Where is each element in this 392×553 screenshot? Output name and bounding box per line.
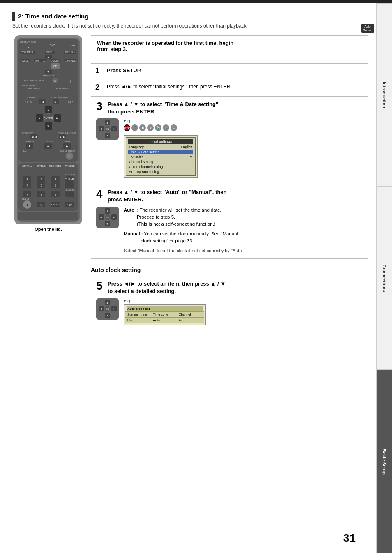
dpad-right-btn[interactable]: ► xyxy=(54,114,61,122)
dpad-left-btn[interactable]: ◄ xyxy=(36,114,43,122)
num3-btn[interactable]: 3 xyxy=(51,176,60,182)
step1-number: 1 xyxy=(95,67,104,74)
plus10-btn[interactable]: +10 xyxy=(65,202,74,207)
step4-dpad-up[interactable]: ▲ xyxy=(105,208,110,214)
subtitle-btn[interactable]: SUBTITLE xyxy=(34,59,46,62)
open-close-btn[interactable]: ▲ xyxy=(23,44,33,50)
play-label: PLAY xyxy=(65,140,71,143)
time-zone-col: Time zone xyxy=(152,312,178,317)
step5-dpad-down[interactable]: ▼ xyxy=(105,313,110,318)
step4-header: 4 Press ▲ / ▼ to select "Auto" or "Manua… xyxy=(96,189,363,203)
manual-desc: Manual : You can set the clock manually.… xyxy=(124,230,363,245)
num2-btn[interactable]: 2 xyxy=(37,176,45,182)
step3-dpad-up[interactable]: ▲ xyxy=(105,120,110,125)
rew-btn[interactable]: ◄◄ xyxy=(30,134,38,139)
step5-dpad-right[interactable]: ► xyxy=(111,306,117,311)
menu-btn[interactable]: MENU xyxy=(45,51,55,54)
channel-down-btn[interactable]: ▼ xyxy=(45,70,52,74)
sidebar-tab-introduction-label: Introduction xyxy=(382,82,387,108)
step4-enter[interactable]: EN xyxy=(104,214,111,221)
icon3 xyxy=(65,63,74,69)
step5-dpad-up[interactable]: ▲ xyxy=(105,300,110,305)
top-bar xyxy=(0,0,392,3)
step3-screen-area: e.g. DVD 🎵 📋 ⚙ 📡 🔊 ⏱ xyxy=(124,118,363,178)
audio-btn[interactable]: AUDIO xyxy=(51,59,59,62)
section-heading: 2: Time and date setting xyxy=(12,12,368,21)
ff-btn[interactable]: ►► xyxy=(59,134,66,139)
num6-btn[interactable]: 6 xyxy=(51,182,60,188)
instant-skip-btn[interactable]: →| xyxy=(66,78,72,83)
circle-btn[interactable] xyxy=(52,152,59,160)
num9-btn[interactable]: 9 xyxy=(51,191,60,197)
top-menu-btn[interactable]: TOP MENU xyxy=(20,51,35,54)
channel-btn[interactable]: CHANNEL xyxy=(64,59,76,62)
vcr-plus-btn[interactable] xyxy=(23,168,32,173)
num8-btn[interactable]: 8 xyxy=(37,191,45,197)
channel-val: Auto xyxy=(178,318,203,323)
enter-num-btn[interactable]: ENTER xyxy=(51,202,60,207)
extend-btn[interactable] xyxy=(37,168,46,173)
dpad-up-btn[interactable]: ▲ xyxy=(45,106,52,113)
pause-btn[interactable]: ⏸ xyxy=(26,143,33,149)
summer-time-val: Use xyxy=(127,318,152,323)
step3-dpad-right[interactable]: ► xyxy=(111,126,117,131)
stop-btn[interactable]: ■ xyxy=(44,143,52,149)
step5-number: 5 xyxy=(96,280,104,292)
remote-body: OPEN/CLOSE ▲ DVD IAU TOP MENU MENU RETUR xyxy=(17,38,80,222)
dvd-label: DVD xyxy=(50,44,56,47)
num4-btn[interactable]: 4 xyxy=(23,182,31,188)
rec-mode-btn[interactable] xyxy=(51,168,60,173)
slow-label: SLOW xyxy=(24,101,32,104)
angle-btn[interactable]: ANGLE xyxy=(20,59,30,62)
easy-navi-btn[interactable]: ⊙ xyxy=(52,78,58,83)
manual-label: Manual : xyxy=(124,231,143,236)
step3-dpad-up-row: ▲ xyxy=(105,120,110,125)
extend-label: EXTEND xyxy=(37,165,46,167)
step3-dpad-down[interactable]: ▼ xyxy=(105,133,110,138)
icon-f: ⏱ xyxy=(171,124,177,131)
sidebar-tab-connections[interactable]: Connections xyxy=(377,187,392,370)
num0-btn[interactable]: 0 xyxy=(37,202,45,207)
return-btn[interactable]: RETURN xyxy=(64,51,76,54)
lid-area xyxy=(18,212,78,220)
step4-dpad-mid-row: ◄ EN ► xyxy=(99,214,117,221)
rec-btn[interactable] xyxy=(23,152,31,160)
sidebar-tab-introduction[interactable]: Introduction xyxy=(377,3,392,187)
setup-btn[interactable]: ⊙ xyxy=(23,200,31,209)
sidebar-tab-basic-setup[interactable]: Basic Setup xyxy=(377,370,392,553)
step4-dpad: ▲ ◄ EN ► ▼ xyxy=(99,208,117,226)
step3-block: 3 Press ▲ / ▼ to select "Time & Date set… xyxy=(91,96,368,182)
iav-btn[interactable]: IAU xyxy=(69,44,76,48)
step2-text: Press ◄/► to select "Initial settings", … xyxy=(107,83,232,90)
pause-label: PAUSE xyxy=(26,140,34,143)
step4-dpad-down[interactable]: ▼ xyxy=(105,221,110,226)
star-btn[interactable] xyxy=(37,152,45,160)
clear-btn[interactable]: CLEAR xyxy=(65,176,74,182)
tv-code-btn[interactable] xyxy=(65,168,74,173)
num-row-1: 1 2 3 CLEAR xyxy=(20,176,76,182)
skip-btn[interactable]: ►| xyxy=(53,99,59,104)
num1-btn[interactable]: 1 xyxy=(23,176,31,182)
step3-enter[interactable]: EN xyxy=(104,126,111,132)
step5-dpad-left[interactable]: ◄ xyxy=(99,306,104,311)
quick-menu-btn[interactable]: ⊙ xyxy=(66,152,73,160)
cd-btn[interactable]: CD xyxy=(51,63,60,69)
step3-dpad-left[interactable]: ◄ xyxy=(99,126,104,131)
step4-desc: Auto : The recorder will set the time an… xyxy=(124,207,363,254)
content-btn[interactable] xyxy=(60,90,65,96)
step5-enter[interactable]: EN xyxy=(104,306,111,312)
enter-btn[interactable]: ENTER xyxy=(44,113,53,122)
step4-dpad-left[interactable]: ◄ xyxy=(99,214,104,220)
auto-desc: Auto : The recorder will set the time an… xyxy=(124,207,363,228)
play-btn[interactable]: ▶ xyxy=(63,143,71,149)
dpad-down-btn[interactable]: ▼ xyxy=(45,122,52,130)
step4-image-area: ▲ ◄ EN ► ▼ xyxy=(96,207,363,254)
step4-dpad-right[interactable]: ► xyxy=(111,214,117,220)
prev-btn[interactable]: |◄ xyxy=(39,99,46,104)
skip-label: SKIP xyxy=(66,101,73,104)
num5-btn[interactable]: 5 xyxy=(37,182,45,188)
num7-btn[interactable]: 7 xyxy=(23,191,31,197)
vcr-row: VCR Plus+ EXTEND REC MODE TV CODE xyxy=(20,165,76,167)
library-btn[interactable] xyxy=(31,90,37,96)
channel-up-btn[interactable]: ▲ xyxy=(45,55,52,59)
